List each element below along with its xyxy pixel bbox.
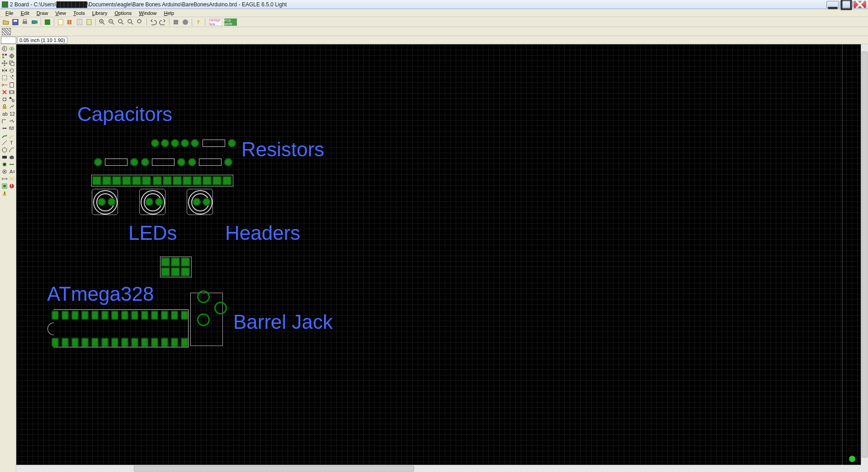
resistor-body[interactable] <box>203 140 225 147</box>
save-icon[interactable] <box>11 18 19 26</box>
rotate-tool-icon[interactable] <box>8 67 15 74</box>
resistor-body[interactable] <box>152 159 175 166</box>
pad[interactable] <box>94 158 102 166</box>
copy-tool-icon[interactable] <box>8 60 15 67</box>
menu-tools[interactable]: Tools <box>70 10 89 16</box>
meander-tool-icon[interactable] <box>8 125 15 132</box>
vertical-scrollbar[interactable] <box>861 44 868 465</box>
pad[interactable] <box>228 139 236 147</box>
cut-tool-icon[interactable] <box>1 81 8 89</box>
polygon-tool-icon[interactable] <box>8 154 15 161</box>
dip-pad[interactable] <box>61 311 69 320</box>
menu-help[interactable]: Help <box>160 10 178 16</box>
ulp-icon[interactable] <box>85 18 93 26</box>
info-tool-icon[interactable]: i <box>1 45 8 52</box>
dip-pad[interactable] <box>161 311 168 320</box>
layer-selector[interactable] <box>2 28 11 35</box>
resistor-body[interactable] <box>105 159 127 166</box>
auto-tool-icon[interactable] <box>1 182 8 190</box>
delete-tool-icon[interactable] <box>1 89 8 96</box>
dip-pad[interactable] <box>141 311 148 320</box>
zoom-out-icon[interactable] <box>117 18 125 26</box>
menu-library[interactable]: Library <box>89 10 111 16</box>
route-tool-icon[interactable] <box>1 132 8 139</box>
led-pad[interactable] <box>155 198 163 206</box>
dip-pad[interactable] <box>131 338 138 347</box>
value-tool-icon[interactable]: 12 <box>8 110 15 117</box>
go-icon[interactable] <box>181 18 189 26</box>
lock-tool-icon[interactable] <box>1 103 8 110</box>
header-pad[interactable] <box>142 176 151 185</box>
pinswap-tool-icon[interactable] <box>1 96 8 103</box>
header-pad[interactable] <box>222 176 231 185</box>
dip-pad[interactable] <box>181 311 188 320</box>
dip-pad[interactable] <box>141 338 148 347</box>
dip-pad[interactable] <box>52 338 59 347</box>
led-pad[interactable] <box>203 198 211 206</box>
header-pad[interactable] <box>153 176 162 185</box>
header-pad[interactable] <box>163 176 172 185</box>
horizontal-scrollbar[interactable] <box>16 465 861 472</box>
resistor-body[interactable] <box>199 159 222 166</box>
dip-pad[interactable] <box>91 311 99 320</box>
dip-pad[interactable] <box>161 338 168 347</box>
smash-tool-icon[interactable] <box>8 103 15 110</box>
add-tool-icon[interactable] <box>8 89 15 96</box>
circle-tool-icon[interactable] <box>1 146 8 154</box>
barrel-hole[interactable] <box>197 290 210 303</box>
led-pad[interactable] <box>98 198 106 206</box>
maximize-button[interactable] <box>840 1 853 8</box>
header-pad[interactable] <box>212 176 222 185</box>
redo-icon[interactable] <box>159 18 167 26</box>
replace-tool-icon[interactable] <box>8 96 15 103</box>
header-pad[interactable] <box>183 176 192 185</box>
paste-tool-icon[interactable] <box>8 81 15 89</box>
zoom-select-icon[interactable] <box>136 18 144 26</box>
pad[interactable] <box>181 139 189 147</box>
mark-tool-icon[interactable] <box>8 52 15 60</box>
mirror-tool-icon[interactable] <box>1 67 8 74</box>
name-tool-icon[interactable]: ab <box>1 110 8 117</box>
dip-pad[interactable] <box>71 311 79 320</box>
via-tool-icon[interactable] <box>1 161 8 168</box>
dimension-tool-icon[interactable] <box>1 175 8 182</box>
pad[interactable] <box>171 139 179 147</box>
dip-pad[interactable] <box>171 338 178 347</box>
dip-pad[interactable] <box>81 338 89 347</box>
menu-file[interactable]: File <box>2 10 17 16</box>
pad[interactable] <box>141 158 149 166</box>
header-pad[interactable] <box>173 176 182 185</box>
led-pad[interactable] <box>193 198 201 206</box>
pcbquote-button[interactable]: PCB quote <box>224 19 237 26</box>
group-tool-icon[interactable] <box>1 74 8 81</box>
dip-pad[interactable] <box>91 338 99 347</box>
dip-pad[interactable] <box>151 338 158 347</box>
text-tool-icon[interactable]: T <box>8 139 15 146</box>
undo-icon[interactable] <box>149 18 157 26</box>
dip-pad[interactable] <box>121 311 128 320</box>
display-tool-icon[interactable] <box>1 52 8 60</box>
wire-tool-icon[interactable] <box>1 139 8 146</box>
header-pad[interactable] <box>203 176 212 185</box>
library-icon[interactable] <box>66 18 74 26</box>
open-icon[interactable] <box>2 18 10 26</box>
header-pad[interactable] <box>161 267 170 276</box>
pad[interactable] <box>188 158 196 166</box>
show-tool-icon[interactable] <box>8 45 15 52</box>
menu-options[interactable]: Options <box>111 10 135 16</box>
minimize-button[interactable] <box>826 1 839 8</box>
move-tool-icon[interactable] <box>1 60 8 67</box>
board-canvas[interactable]: Capacitors Resistors LEDs Headers ATmega… <box>16 44 861 465</box>
dip-pad[interactable] <box>121 338 128 347</box>
ripup-tool-icon[interactable] <box>8 132 15 139</box>
miter-tool-icon[interactable] <box>1 117 8 125</box>
errors-tool-icon[interactable]: ! <box>1 190 8 197</box>
optimize-tool-icon[interactable] <box>1 125 8 132</box>
dip-pad[interactable] <box>61 338 69 347</box>
erc-tool-icon[interactable]: ! <box>8 182 15 190</box>
dip-pad[interactable] <box>71 338 79 347</box>
pad[interactable] <box>161 139 169 147</box>
close-button[interactable] <box>854 1 866 8</box>
header-pad[interactable] <box>181 257 190 266</box>
menu-window[interactable]: Window <box>135 10 160 16</box>
